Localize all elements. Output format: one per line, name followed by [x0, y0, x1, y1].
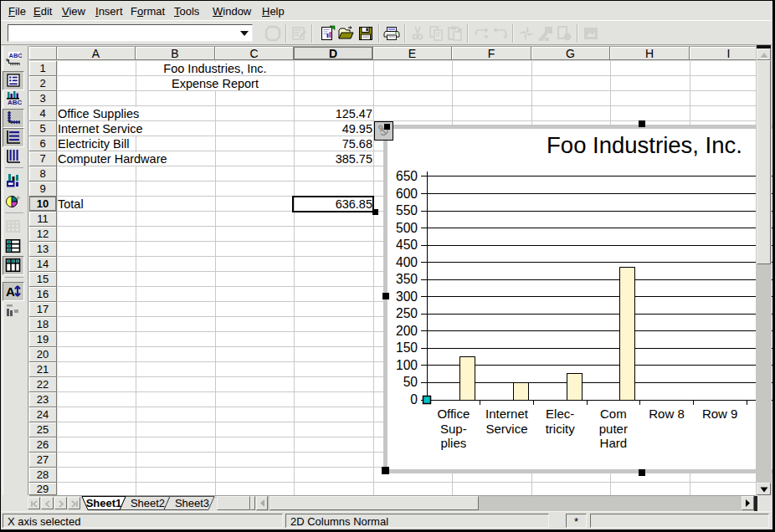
svg-text:Sup-: Sup-: [440, 422, 467, 436]
svg-text:450: 450: [396, 238, 418, 252]
svg-text:550: 550: [396, 203, 418, 217]
svg-text:ABC: ABC: [9, 52, 23, 59]
svg-text:Sheet2: Sheet2: [131, 497, 165, 509]
svg-text:Internet: Internet: [485, 407, 529, 421]
svg-text:Foo Industries, Inc.: Foo Industries, Inc.: [547, 132, 742, 158]
svg-text:0: 0: [410, 392, 418, 407]
svg-text:150: 150: [396, 340, 418, 355]
svg-text:200: 200: [396, 324, 418, 338]
svg-text:Row 9: Row 9: [702, 407, 738, 421]
svg-text:500: 500: [396, 221, 418, 235]
svg-text:600: 600: [396, 187, 418, 201]
svg-text:Com: Com: [600, 407, 627, 421]
svg-text:300: 300: [396, 289, 418, 304]
svg-text:Elec-: Elec-: [546, 407, 574, 421]
svg-text:tricity: tricity: [546, 422, 575, 436]
svg-text:puter: puter: [599, 422, 628, 436]
svg-text:350: 350: [396, 272, 418, 286]
svg-text:Service: Service: [485, 422, 527, 436]
svg-text:A: A: [6, 284, 15, 299]
svg-text:ABC: ABC: [8, 99, 22, 105]
svg-text:Sheet1: Sheet1: [86, 497, 122, 509]
svg-text:50: 50: [403, 375, 418, 389]
svg-text:400: 400: [396, 255, 418, 269]
svg-text:Sheet3: Sheet3: [175, 497, 209, 509]
svg-text:plies: plies: [440, 436, 466, 450]
svg-text:250: 250: [396, 306, 418, 320]
svg-text:Office: Office: [437, 407, 470, 421]
svg-text:Hard: Hard: [600, 436, 628, 450]
svg-text:650: 650: [396, 169, 418, 183]
svg-text:100: 100: [396, 358, 418, 372]
svg-text:Row 8: Row 8: [649, 407, 685, 421]
